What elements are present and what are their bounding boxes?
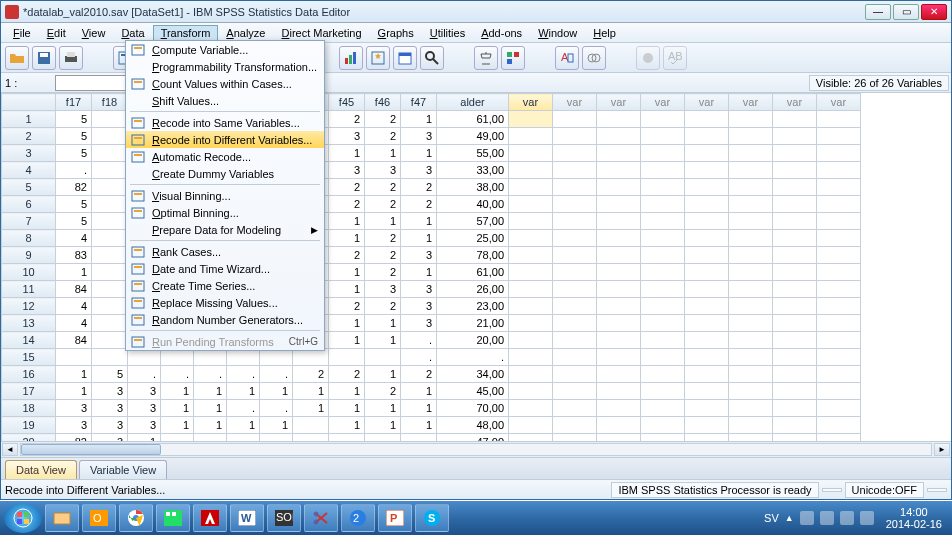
cell[interactable]	[597, 349, 641, 366]
cell[interactable]: 2	[329, 366, 365, 383]
cell[interactable]	[227, 349, 260, 366]
menu-item-programmability-transformation[interactable]: Programmability Transformation...	[126, 58, 324, 75]
cell[interactable]	[553, 128, 597, 145]
cell[interactable]: 1	[194, 400, 227, 417]
cell[interactable]	[92, 179, 128, 196]
menu-item-rank-cases[interactable]: Rank Cases...	[126, 243, 324, 260]
cell[interactable]: 1	[401, 417, 437, 434]
cell[interactable]: 3	[401, 128, 437, 145]
cell[interactable]: 83	[56, 247, 92, 264]
cell[interactable]	[553, 434, 597, 442]
cell[interactable]	[597, 383, 641, 400]
cell[interactable]	[729, 434, 773, 442]
cell[interactable]: 1	[365, 332, 401, 349]
row-header[interactable]: 20	[2, 434, 56, 442]
cell[interactable]: 1	[365, 213, 401, 230]
grid-star-icon[interactable]	[366, 46, 390, 70]
cell[interactable]: .	[56, 162, 92, 179]
cell[interactable]	[729, 332, 773, 349]
menu-data[interactable]: Data	[113, 25, 152, 41]
cell[interactable]	[773, 247, 817, 264]
cell[interactable]	[641, 264, 685, 281]
menu-file[interactable]: File	[5, 25, 39, 41]
cell[interactable]: .	[401, 349, 437, 366]
cell[interactable]: 1	[227, 383, 260, 400]
row-header[interactable]: 1	[2, 111, 56, 128]
column-header-var[interactable]: var	[685, 94, 729, 111]
cell[interactable]: 2	[365, 298, 401, 315]
cell[interactable]: .	[260, 400, 293, 417]
cell[interactable]	[685, 383, 729, 400]
cell[interactable]	[597, 230, 641, 247]
sets-icon[interactable]	[582, 46, 606, 70]
cell[interactable]: 21,00	[437, 315, 509, 332]
cell[interactable]	[92, 230, 128, 247]
cell[interactable]	[685, 264, 729, 281]
column-header-var[interactable]: var	[509, 94, 553, 111]
row-header[interactable]: 15	[2, 349, 56, 366]
row-header[interactable]: 13	[2, 315, 56, 332]
cell[interactable]: 1	[56, 264, 92, 281]
cell[interactable]: 3	[401, 298, 437, 315]
row-header[interactable]: 17	[2, 383, 56, 400]
cell[interactable]: 33,00	[437, 162, 509, 179]
cell[interactable]	[729, 315, 773, 332]
cell[interactable]: 3	[92, 434, 128, 442]
cell[interactable]	[92, 332, 128, 349]
cell[interactable]	[509, 349, 553, 366]
tray-battery-icon[interactable]	[860, 511, 874, 525]
cell[interactable]	[685, 179, 729, 196]
cell[interactable]: 1	[161, 400, 194, 417]
menu-graphs[interactable]: Graphs	[370, 25, 422, 41]
cell[interactable]	[729, 366, 773, 383]
cell[interactable]: 2	[365, 264, 401, 281]
cell[interactable]	[685, 162, 729, 179]
taskbar-chrome-icon[interactable]	[119, 504, 153, 532]
cell[interactable]	[817, 264, 861, 281]
cell[interactable]	[553, 196, 597, 213]
taskbar-powerpoint-icon[interactable]: P	[378, 504, 412, 532]
column-header-f45[interactable]: f45	[329, 94, 365, 111]
cell[interactable]	[597, 162, 641, 179]
cell[interactable]: 40,00	[437, 196, 509, 213]
cell[interactable]: 1	[329, 145, 365, 162]
cell[interactable]: 38,00	[437, 179, 509, 196]
cell[interactable]: 2	[329, 179, 365, 196]
cell[interactable]	[685, 230, 729, 247]
cell[interactable]	[817, 247, 861, 264]
row-header[interactable]: 7	[2, 213, 56, 230]
cell[interactable]: 3	[128, 417, 161, 434]
cell[interactable]	[194, 349, 227, 366]
cell[interactable]	[817, 400, 861, 417]
cell[interactable]	[641, 315, 685, 332]
cell[interactable]: .	[437, 349, 509, 366]
cell[interactable]	[509, 383, 553, 400]
cell[interactable]: 1	[128, 434, 161, 442]
cell[interactable]	[641, 366, 685, 383]
row-header[interactable]: 18	[2, 400, 56, 417]
taskbar-adobe-icon[interactable]	[193, 504, 227, 532]
cell[interactable]	[817, 179, 861, 196]
cell[interactable]	[817, 298, 861, 315]
cell[interactable]	[641, 162, 685, 179]
cell[interactable]	[685, 366, 729, 383]
cell[interactable]: 4	[56, 315, 92, 332]
cell[interactable]	[365, 349, 401, 366]
cell[interactable]: .	[227, 366, 260, 383]
cell[interactable]	[92, 281, 128, 298]
cell[interactable]	[773, 366, 817, 383]
cell[interactable]	[773, 111, 817, 128]
cell[interactable]	[641, 196, 685, 213]
cell[interactable]	[729, 281, 773, 298]
cell[interactable]: 3	[56, 417, 92, 434]
row-header[interactable]: 6	[2, 196, 56, 213]
cell[interactable]	[817, 196, 861, 213]
column-header-var[interactable]: var	[597, 94, 641, 111]
cell[interactable]	[773, 383, 817, 400]
menu-item-random-number-generators[interactable]: Random Number Generators...	[126, 311, 324, 328]
cell[interactable]	[56, 349, 92, 366]
cell[interactable]: 1	[365, 315, 401, 332]
cell[interactable]	[817, 281, 861, 298]
row-header[interactable]: 16	[2, 366, 56, 383]
cell[interactable]	[597, 366, 641, 383]
